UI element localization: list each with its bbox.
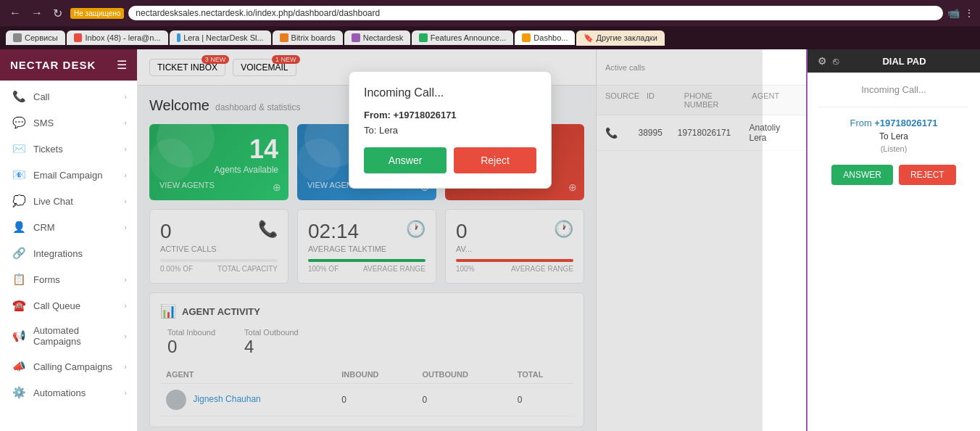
automated-campaigns-icon: 📢 [12,329,26,342]
dial-pad-panel: ⚙ ⎋ DIAL PAD Incoming Call... From +1971… [806,49,980,431]
call-icon: 📞 [12,90,26,103]
sidebar-item-label: SMS [33,118,124,128]
dial-answer-button[interactable]: ANSWER [831,165,893,185]
tab-bookmarks[interactable]: 🔖 Другие закладки [576,30,664,46]
popup-buttons: Answer Reject [364,147,536,173]
logout-icon[interactable]: ⎋ [833,55,839,67]
chevron-icon: › [124,144,127,153]
tab-favicon [177,33,181,42]
sidebar-item-label: Tickets [33,144,124,155]
sidebar-item-label: Automated Campaigns [33,325,124,347]
sidebar-item-label: Call Queue [33,300,124,311]
chevron-icon: › [124,332,127,340]
dial-pad-content: Incoming Call... From +19718026171 To Le… [807,73,980,431]
call-queue-icon: ☎️ [12,299,26,312]
sidebar-item-crm[interactable]: 👤 CRM › [0,214,137,240]
incoming-call-text: Incoming Call... [819,84,968,95]
nav-buttons: ← → ↻ [6,5,66,22]
tab-favicon [522,33,531,42]
popup-overlay: Incoming Call... From: +19718026171 To: … [138,49,763,431]
sidebar-item-sms[interactable]: 💬 SMS › [0,110,137,136]
sidebar-header: NECTAR DESK ☰ [0,49,137,81]
sidebar-item-email-campaign[interactable]: 📧 Email Campaign › [0,162,137,188]
incoming-to: To: Lera [364,125,536,136]
sidebar-item-calling-campaigns[interactable]: 📣 Calling Campaigns › [0,353,137,379]
sidebar-item-label: Automations [33,387,124,398]
dial-reject-button[interactable]: REJECT [899,165,956,185]
tab-inbox[interactable]: Inbox (48) - lera@n... [67,30,168,45]
tab-favicon [419,33,427,42]
chevron-icon: › [124,223,127,231]
live-chat-icon: 💭 [12,194,26,208]
sidebar: NECTAR DESK ☰ 📞 Call › 💬 SMS › ✉️ Ticket… [0,49,138,431]
dial-to: To Lera [819,131,968,141]
chevron-icon: › [124,197,127,205]
tab-bitrix[interactable]: Bitrix boards [273,30,343,45]
sidebar-item-call[interactable]: 📞 Call › [0,83,137,110]
settings-icon[interactable]: ⚙ [818,55,827,67]
incoming-call-title: Incoming Call... [364,86,536,99]
browser-actions: 📹 ⋮ [947,7,974,19]
dial-from: From +19718026171 [819,118,968,128]
chevron-icon: › [124,92,127,101]
chevron-icon: › [124,171,127,179]
sidebar-item-automated-campaigns[interactable]: 📢 Automated Campaigns › [0,319,137,353]
reject-button[interactable]: Reject [454,147,536,173]
tab-dashboard[interactable]: Dashbo... [515,30,575,45]
tab-bar: Сервисы Inbox (48) - lera@n... Lera | Ne… [0,26,980,49]
forms-icon: 📋 [12,273,26,286]
tickets-icon: ✉️ [12,142,26,155]
sidebar-item-label: Email Campaign [33,170,124,181]
sidebar-item-label: Call [33,91,124,102]
sidebar-item-label: Forms [33,274,124,285]
chevron-icon: › [124,118,127,127]
app-logo: NECTAR DESK [10,59,96,71]
tab-features[interactable]: Features Announce... [412,30,513,45]
tab-nectardesk[interactable]: Nectardesk [344,30,411,45]
tab-services[interactable]: Сервисы [6,30,65,45]
chevron-icon: › [124,362,127,371]
integrations-icon: 🔗 [12,247,26,260]
sidebar-item-integrations[interactable]: 🔗 Integrations [0,240,137,266]
sidebar-item-label: Live Chat [33,196,124,207]
reload-button[interactable]: ↻ [49,5,66,22]
app-container: NECTAR DESK ☰ 📞 Call › 💬 SMS › ✉️ Ticket… [0,49,980,431]
divider [819,107,968,107]
automations-icon: ⚙️ [12,386,26,399]
dial-pad-title: DIAL PAD [839,56,970,67]
sidebar-item-label: Integrations [33,248,127,259]
url-bar[interactable]: nectardesksales.nectardesk.io/index.php/… [128,6,943,20]
profile-icon: ⋮ [964,7,974,19]
dial-pad-icons: ⚙ ⎋ [818,55,839,67]
forward-button[interactable]: → [28,5,46,22]
to-name: Lera [379,125,398,136]
from-number: +19718026171 [393,110,456,120]
incoming-call-popup: Incoming Call... From: +19718026171 To: … [349,71,552,189]
sidebar-item-call-queue[interactable]: ☎️ Call Queue › [0,292,137,319]
chevron-icon: › [124,388,127,397]
tab-lera[interactable]: Lera | NectarDesk Sl... [170,30,271,45]
dial-listen: (Listen) [819,144,968,153]
answer-button[interactable]: Answer [364,147,447,173]
sidebar-item-forms[interactable]: 📋 Forms › [0,266,137,292]
security-warning: Не защищено [70,8,124,19]
chevron-icon: › [124,275,127,284]
sidebar-item-live-chat[interactable]: 💭 Live Chat › [0,188,137,214]
sidebar-item-tickets[interactable]: ✉️ Tickets › [0,136,137,162]
calling-campaigns-icon: 📣 [12,360,26,373]
dial-to-name: Lera [891,131,908,141]
crm-icon: 👤 [12,221,26,234]
tab-favicon [352,33,360,42]
back-button[interactable]: ← [6,5,25,22]
sidebar-item-label: Calling Campaigns [33,361,124,372]
dial-btn-row: ANSWER REJECT [819,165,968,185]
chevron-icon: › [124,301,127,310]
sidebar-item-label: CRM [33,222,124,233]
sidebar-nav: 📞 Call › 💬 SMS › ✉️ Tickets › 📧 Email Ca… [0,81,137,431]
cast-icon: 📹 [947,7,960,19]
browser-chrome: ← → ↻ Не защищено nectardesksales.nectar… [0,0,980,26]
tab-favicon [280,33,288,42]
sidebar-item-automations[interactable]: ⚙️ Automations › [0,379,137,406]
incoming-from: From: +19718026171 [364,110,536,120]
hamburger-icon[interactable]: ☰ [117,58,127,72]
